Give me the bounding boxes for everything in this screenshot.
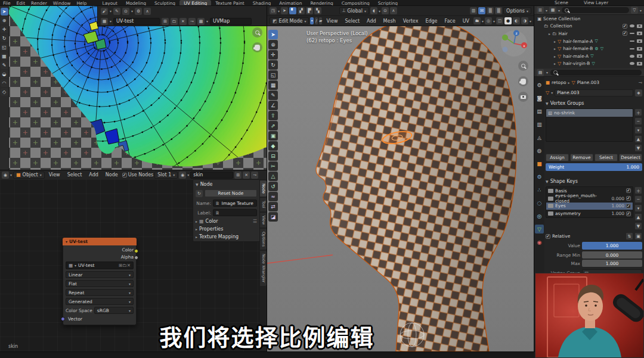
shape-keys-panel-header[interactable]: ▼Shape Keys <box>546 177 642 185</box>
menu-face[interactable]: Face <box>442 18 459 24</box>
menu-file[interactable]: File <box>0 0 14 6</box>
poly-build-tool-icon[interactable]: △ <box>268 172 278 181</box>
outliner-row-collection[interactable]: 🗀Collection ✓ <box>534 23 644 30</box>
object-data-tab-icon[interactable]: ▽ <box>535 225 544 234</box>
view-object-types-icon[interactable]: 🖿 <box>473 17 481 24</box>
viewport-camera-icon[interactable] <box>518 92 528 102</box>
physics-tab-icon[interactable]: ◌ <box>535 198 544 207</box>
relax-tool-icon[interactable]: ◠ <box>1 79 8 87</box>
uvmap-icon[interactable]: ▩ <box>197 18 205 25</box>
cursor-tool-icon[interactable]: ⊕ <box>1 17 8 24</box>
breadcrumb-data[interactable]: Plane.003 <box>577 80 599 85</box>
shape-key-value-slider[interactable]: 1.000 <box>582 242 642 250</box>
view-layer-selector[interactable]: View Layer <box>584 0 608 5</box>
shape-key-specials-icon[interactable]: ▾ <box>634 204 642 212</box>
render-camera-icon[interactable] <box>637 32 642 35</box>
color-space-dropdown[interactable]: sRGB▾ <box>94 307 134 314</box>
edge-select-icon[interactable]: ∕ <box>315 17 318 24</box>
annotate-tool-icon[interactable]: ✎ <box>1 61 8 69</box>
menu-mesh[interactable]: Mesh <box>380 18 399 24</box>
loop-cut-tool-icon[interactable]: ⊟ <box>268 151 278 161</box>
unlink-material-icon[interactable]: ✕ <box>243 172 250 179</box>
slot-dropdown[interactable]: Slot 1▾ <box>154 172 178 179</box>
face-select-icon[interactable]: ▰ <box>319 17 322 24</box>
knife-tool-icon[interactable]: ✂ <box>268 161 278 171</box>
outliner-search-input[interactable] <box>562 7 629 13</box>
viewport-pan-hand-icon[interactable] <box>518 76 528 86</box>
proportional-falloff-icon[interactable]: ∧ <box>390 7 397 14</box>
remove-shape-key-icon[interactable]: − <box>634 195 642 203</box>
remove-vertex-group-icon[interactable]: − <box>634 117 642 125</box>
annotate-tool-icon[interactable]: ✎ <box>268 91 278 100</box>
menu-select[interactable]: Select <box>342 18 363 24</box>
uv-zoom-icon[interactable] <box>252 27 262 38</box>
pivot-icon[interactable]: ⊙ <box>122 8 129 15</box>
measure-tool-icon[interactable]: ∠ <box>268 101 278 110</box>
annotate-icon[interactable]: ✎ <box>113 8 120 15</box>
shader-menu-view[interactable]: View <box>46 172 63 178</box>
workspace-tab-scripting[interactable]: Scripting <box>374 0 402 6</box>
vertex-groups-panel-header[interactable]: ▼Vertex Groups <box>546 99 642 107</box>
menu-vertex[interactable]: Vertex <box>400 18 422 24</box>
viewport-gizmos-icon[interactable]: ◎ <box>485 17 492 24</box>
eye-closed-icon[interactable] <box>630 41 634 42</box>
outliner-row-scene-collection[interactable]: ▣Scene Collection <box>534 15 644 23</box>
menu-uv[interactable]: UV <box>460 18 472 24</box>
select-button[interactable]: Select <box>595 154 618 161</box>
fake-user-shield-icon[interactable]: ◈ <box>635 89 642 96</box>
mesh-name-field[interactable]: Plane.003 <box>555 89 633 96</box>
copy-material-icon[interactable]: ⊞ <box>234 172 242 179</box>
spin-tool-icon[interactable]: ↺ <box>268 182 278 191</box>
render-camera-icon[interactable] <box>637 47 642 51</box>
modifiers-tab-icon[interactable]: ⚙ <box>535 172 544 181</box>
vertex-group-item[interactable]: ▧no-shrink <box>546 109 633 117</box>
color-socket[interactable] <box>134 249 138 253</box>
node-header[interactable]: ▾ UV-test <box>63 238 137 245</box>
eye-open-icon[interactable] <box>630 24 634 27</box>
scale-tool-icon[interactable]: ◱ <box>1 43 8 51</box>
shader-type-dropdown[interactable]: ■ Object ▾ <box>13 172 45 179</box>
add-shape-key-icon[interactable]: ＋ <box>634 186 642 194</box>
tab-view[interactable]: View <box>260 213 267 228</box>
pin-icon[interactable]: ⊸ <box>251 172 258 179</box>
shape-keys-list[interactable]: Basis ✓ eyes-open_mouth-closed 0.000✓ Ey… <box>546 186 633 218</box>
shape-key-lock-icon[interactable]: ▣ <box>634 232 642 240</box>
tab-tool[interactable]: Tool <box>260 198 267 211</box>
deselect-button[interactable]: Deselect <box>619 154 642 161</box>
constraints-tab-icon[interactable]: ◎ <box>535 211 544 220</box>
pin-icon[interactable]: ⊸ <box>188 18 196 25</box>
object-tab-icon[interactable]: ■ <box>535 159 544 168</box>
smooth-tool-icon[interactable]: ≈ <box>268 192 278 201</box>
rotate-tool-icon[interactable]: ↻ <box>268 60 278 70</box>
interpolation-dropdown[interactable]: Linear▾ <box>66 271 134 278</box>
workspace-tab-shading[interactable]: Shading <box>249 0 275 6</box>
menu-edit[interactable]: Edit <box>14 0 29 6</box>
snap-magnet-icon[interactable]: ◖ <box>370 7 377 14</box>
move-up-icon[interactable]: ▲ <box>634 213 642 221</box>
editor-type-icon[interactable]: ◳ <box>270 7 277 14</box>
scene-tab-icon[interactable]: ◬ <box>535 133 544 142</box>
tool-tab-icon[interactable]: ⚙ <box>535 80 544 89</box>
visibility-icon[interactable]: ▒ <box>495 7 502 14</box>
render-tab-icon[interactable]: ◙ <box>535 94 544 102</box>
orientation-dropdown[interactable]: ⟂Global▾ <box>339 7 369 14</box>
new-image-icon[interactable]: ⊞ <box>162 18 169 25</box>
move-tool-icon[interactable]: ✛ <box>268 50 278 60</box>
extension-dropdown[interactable]: Repeat▾ <box>66 289 134 296</box>
node-label-field[interactable]: 🗎 <box>213 209 257 216</box>
shape-key-item[interactable]: asymmetry 1.000✓ <box>546 210 633 217</box>
outliner-filter-icon[interactable]: ▦ <box>549 7 556 14</box>
view-layer-tab-icon[interactable]: ▥ <box>535 120 544 129</box>
shading-rendered-icon[interactable]: ◑ <box>521 17 528 24</box>
shading-wireframe-icon[interactable]: ◫ <box>496 17 503 24</box>
node-panel-header[interactable]: ▼Node <box>196 182 257 187</box>
workspace-tab-rendering[interactable]: Rendering <box>306 0 337 6</box>
assign-button[interactable]: Assign <box>546 154 569 161</box>
select-box-tool-icon[interactable]: ➤ <box>1 8 8 15</box>
shape-key-mute-checkbox[interactable]: ✓ <box>626 211 631 216</box>
breadcrumb-object[interactable]: retopo <box>552 80 566 85</box>
edge-slide-tool-icon[interactable]: ⇄ <box>268 202 278 211</box>
remove-button[interactable]: Remove <box>570 154 593 161</box>
shader-menu-select[interactable]: Select <box>64 172 85 178</box>
render-camera-icon[interactable] <box>637 24 642 28</box>
